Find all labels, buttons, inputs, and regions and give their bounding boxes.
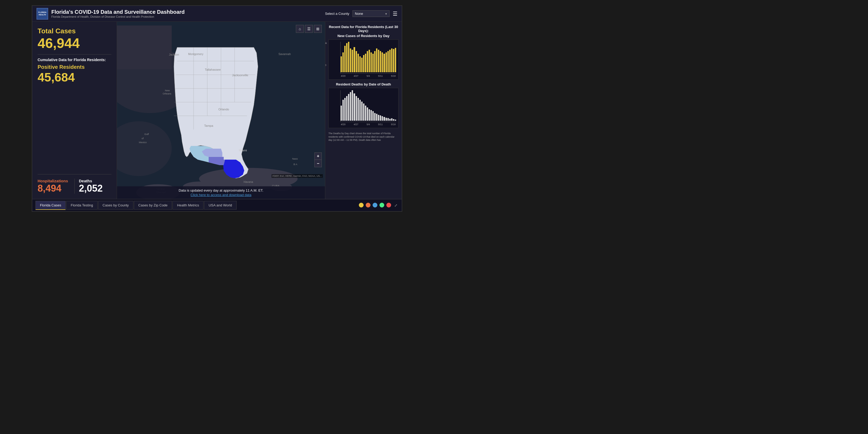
deaths-bar — [352, 90, 353, 121]
deaths-bar — [358, 98, 359, 121]
tab-icons: ⤢ — [359, 203, 399, 208]
hospitalizations-label: Hospitalizations — [38, 179, 70, 183]
svg-text:Jackson: Jackson — [169, 53, 179, 56]
left-panel: Total Cases 46,944 Cumulative Data for F… — [32, 22, 117, 199]
svg-text:Tampa: Tampa — [204, 124, 213, 127]
bottom-stats: Hospitalizations 8,494 Deaths 2,052 — [38, 174, 112, 194]
zoom-out-button[interactable]: − — [314, 160, 322, 167]
cases-bar — [363, 55, 364, 72]
deaths-bar — [378, 115, 379, 121]
deaths-bar — [350, 92, 351, 121]
y-label-500: 500 — [325, 64, 327, 66]
svg-text:Mexico: Mexico — [139, 141, 147, 144]
map-footer-bar: Data is updated every day at approximate… — [117, 186, 325, 199]
tab-icon-orange[interactable] — [366, 203, 371, 208]
map-attribution: FDEP, Esri, HERE, Garmin, FAO, NOAA, US.… — [272, 174, 323, 178]
deaths-value: 2,052 — [79, 183, 112, 194]
external-link-icon[interactable]: ⤢ — [393, 203, 399, 208]
svg-text:Orlando: Orlando — [218, 108, 229, 111]
svg-text:Miami: Miami — [239, 149, 247, 152]
menu-icon[interactable]: ☰ — [393, 10, 398, 17]
tab-cases-by-county[interactable]: Cases by County — [98, 201, 133, 210]
tab-icon-yellow[interactable] — [359, 203, 364, 208]
deaths-bar — [383, 117, 385, 121]
map-download-link[interactable]: Click here to access and download data — [121, 193, 321, 197]
map-zoom-controls: + − — [314, 152, 322, 167]
deaths-bar — [348, 94, 349, 121]
cases-bar — [365, 54, 366, 72]
header-left: FLORIDAHEALTH Florida's COVID-19 Data an… — [36, 8, 185, 20]
deaths-block: Deaths 2,052 — [74, 179, 112, 194]
positive-residents-label: Positive Residents — [38, 64, 112, 70]
y-label-1k: 1k — [325, 53, 327, 55]
county-select-wrapper[interactable]: None Miami-Dade Broward Palm Beach ▼ — [352, 10, 390, 17]
cases-bar — [389, 50, 391, 72]
deaths-bar — [380, 115, 381, 121]
deaths-bar — [391, 118, 393, 121]
deaths-bar — [353, 93, 355, 121]
cases-bar — [383, 54, 385, 72]
cases-bar — [353, 47, 355, 72]
cases-bar — [344, 46, 346, 72]
deaths-bar — [395, 120, 396, 121]
deaths-bar — [342, 100, 344, 121]
map-area[interactable]: Tallahassee Jacksonville Orlando Tampa M… — [117, 22, 325, 199]
svg-text:Montgomery: Montgomery — [188, 53, 204, 56]
cases-bar — [348, 42, 349, 72]
tab-icon-blue[interactable] — [373, 203, 377, 208]
deaths-description: The Deaths by Day chart shows the total … — [329, 132, 399, 142]
new-cases-bar-chart — [340, 42, 396, 73]
cases-bar — [342, 53, 344, 72]
svg-text:of: of — [142, 137, 144, 140]
select-county-label: Select a County — [325, 12, 349, 16]
total-cases-label: Total Cases — [38, 27, 112, 35]
home-map-button[interactable]: ⌂ — [296, 25, 304, 33]
cases-bar — [380, 51, 381, 72]
deaths-bar — [360, 100, 361, 121]
new-cases-x-labels: 4/20 4/27 5/4 5/11 5/18 — [340, 74, 396, 77]
deaths-bar — [393, 119, 394, 121]
deaths-bar — [374, 113, 375, 121]
tab-florida-cases[interactable]: Florida Cases — [35, 201, 66, 210]
svg-text:Savannah: Savannah — [278, 53, 291, 56]
deaths-bar — [365, 105, 366, 121]
deaths-bar — [372, 111, 374, 121]
deaths-bar — [371, 110, 372, 121]
cases-bar — [388, 51, 389, 72]
cases-bar — [352, 50, 353, 72]
deaths-bar — [389, 119, 391, 121]
header-title-block: Florida's COVID-19 Data and Surveillance… — [51, 9, 185, 18]
deaths-bar — [388, 118, 389, 121]
cases-bar — [361, 58, 363, 72]
cases-bar — [376, 49, 377, 72]
tab-cases-by-zip[interactable]: Cases by Zip Code — [134, 201, 172, 210]
deaths-chart-container: 60 40 20 0 4/20 4/27 5/4 5/11 5/18 — [329, 88, 399, 128]
cases-bar — [371, 53, 372, 72]
zoom-in-button[interactable]: + — [314, 152, 322, 160]
cases-bar — [391, 49, 393, 72]
hospitalizations-value: 8,494 — [38, 183, 70, 194]
county-select[interactable]: None Miami-Dade Broward Palm Beach — [352, 10, 390, 17]
tab-icon-green[interactable] — [379, 203, 384, 208]
deaths-x-labels: 4/20 4/27 5/4 5/11 5/18 — [340, 123, 396, 126]
grid-map-button[interactable]: ⊞ — [314, 25, 322, 33]
cases-bar — [369, 50, 370, 72]
y-label-0-cases: 0 — [325, 74, 327, 77]
deaths-bar — [356, 96, 357, 121]
cases-bar — [378, 50, 379, 72]
map-update-text: Data is updated every day at approximate… — [121, 188, 321, 192]
deaths-bar-chart — [340, 90, 396, 122]
header-right: Select a County None Miami-Dade Broward … — [325, 10, 398, 17]
cases-bar — [395, 48, 396, 72]
tab-health-metrics[interactable]: Health Metrics — [173, 201, 204, 210]
deaths-bar — [361, 102, 363, 121]
tab-usa-world[interactable]: USA and World — [204, 201, 237, 210]
tab-florida-testing[interactable]: Florida Testing — [66, 201, 97, 210]
list-map-button[interactable]: ☰ — [305, 25, 313, 33]
tab-icon-red[interactable] — [386, 203, 391, 208]
new-cases-y-labels: 1.5k 1k 500 0 — [325, 42, 327, 77]
new-cases-chart-wrapper: 1.5k 1k 500 0 4/20 4/27 5/4 5/11 5/18 — [331, 42, 396, 77]
main-content: Total Cases 46,944 Cumulative Data for F… — [32, 22, 402, 199]
dashboard-subtitle: Florida Department of Health, Division o… — [51, 15, 185, 18]
cases-bar — [374, 51, 375, 72]
